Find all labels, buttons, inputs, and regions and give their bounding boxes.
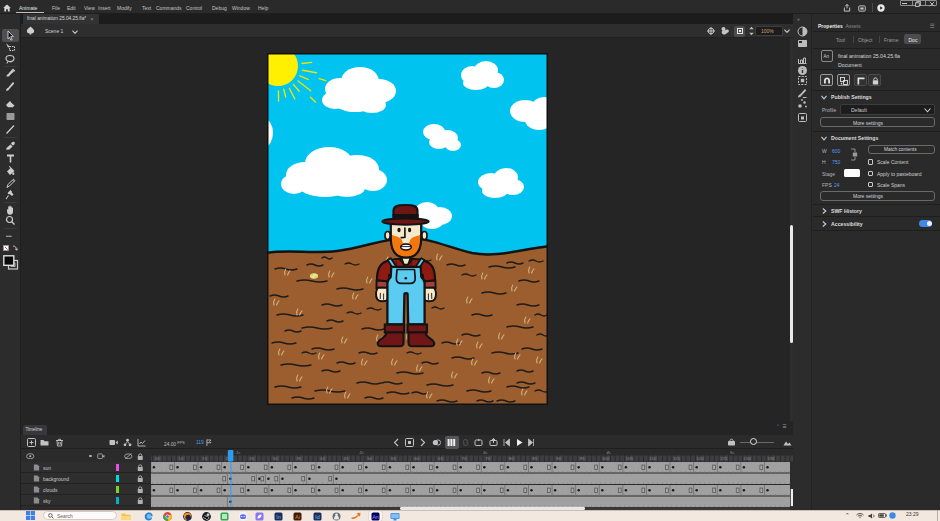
- svg-text:55: 55: [391, 456, 396, 461]
- svg-text:70: 70: [462, 456, 467, 461]
- svg-text:110: 110: [649, 456, 657, 461]
- svg-text:45: 45: [344, 456, 349, 461]
- svg-text:60: 60: [414, 456, 419, 461]
- svg-text:35: 35: [296, 456, 301, 461]
- svg-text:85: 85: [532, 456, 537, 461]
- svg-text:125: 125: [720, 456, 728, 461]
- svg-text:Ai: Ai: [295, 513, 300, 519]
- svg-text:25: 25: [249, 456, 254, 461]
- svg-text:50: 50: [367, 456, 372, 461]
- svg-text:05: 05: [155, 456, 160, 461]
- svg-text:105: 105: [626, 456, 634, 461]
- svg-text:30: 30: [273, 456, 278, 461]
- svg-text:130: 130: [744, 456, 752, 461]
- svg-text:65: 65: [438, 456, 443, 461]
- svg-text:115: 115: [673, 456, 681, 461]
- svg-text:An: An: [372, 513, 379, 519]
- svg-text:Id: Id: [315, 513, 320, 519]
- svg-text:80: 80: [509, 456, 514, 461]
- svg-text:2s: 2s: [359, 450, 365, 455]
- svg-text:In: In: [276, 513, 281, 519]
- svg-text:100: 100: [602, 456, 610, 461]
- svg-text:15: 15: [202, 456, 207, 461]
- svg-text:10: 10: [178, 456, 183, 461]
- svg-text:40: 40: [320, 456, 325, 461]
- svg-text:120: 120: [696, 456, 704, 461]
- svg-text:90: 90: [556, 456, 561, 461]
- svg-text:135: 135: [767, 456, 775, 461]
- svg-text:75: 75: [485, 456, 490, 461]
- svg-text:95: 95: [580, 456, 585, 461]
